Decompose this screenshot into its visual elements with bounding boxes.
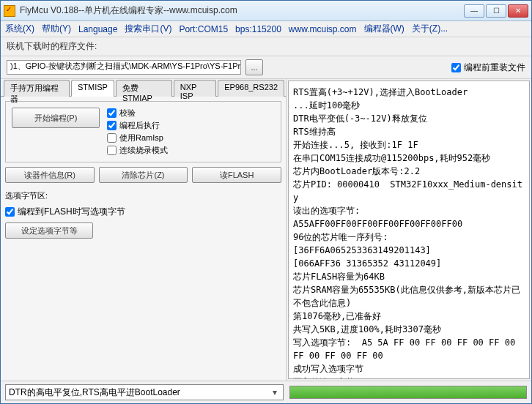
log-line: 写入的选项字节: bbox=[293, 375, 525, 379]
log-line: 芯片内BootLoader版本号:2.2 bbox=[293, 165, 525, 178]
set-option-button[interactable]: 设定选项字节等 bbox=[5, 222, 93, 239]
log-line: 在串口COM15连接成功@115200bps,耗时952毫秒 bbox=[293, 152, 525, 165]
log-line: 96位的芯片唯一序列号: bbox=[293, 231, 525, 244]
app-icon bbox=[4, 5, 15, 17]
chk-continuous-row[interactable]: 连续烧录模式 bbox=[107, 145, 168, 156]
program-group: 开始编程(P) 校验 编程后执行 使用RamIsp 连续烧录模式 bbox=[5, 101, 281, 162]
log-line: [066AFF36 31365352 43112049] bbox=[293, 257, 525, 270]
progress-bar bbox=[289, 386, 527, 399]
titlebar[interactable]: FlyMcu V0.188--单片机在线编程专家--www.mcuisp.com… bbox=[1, 1, 531, 21]
browse-button[interactable]: ... bbox=[245, 59, 263, 75]
combo-value: DTR的高电平复位,RTS高电平进BootLoader bbox=[9, 386, 180, 399]
reload-label: 编程前重装文件 bbox=[464, 61, 525, 74]
minimize-button[interactable]: — bbox=[464, 4, 484, 18]
option-checks: 校验 编程后执行 使用RamIsp 连续烧录模式 bbox=[107, 108, 168, 156]
log-line: RTS维持高 bbox=[293, 125, 525, 138]
hex-path-field[interactable]: )1、GPIO-按键状态判断之扫描式\MDK-ARM\YS-F1Pro\YS-F… bbox=[7, 60, 241, 75]
log-panel[interactable]: RTS置高(+3~+12V),选择进入BootLoader...延时100毫秒D… bbox=[288, 81, 530, 379]
tab-stmisp[interactable]: STMISP bbox=[71, 80, 114, 97]
close-button[interactable]: ✕ bbox=[508, 4, 528, 18]
tab-stmiap[interactable]: 免费STMIAP bbox=[116, 80, 172, 97]
log-line: 开始连接...5, 接收到:1F 1F bbox=[293, 138, 525, 152]
log-line: 芯片FLASH容量为64KB bbox=[293, 270, 525, 283]
status-bar: DTR的高电平复位,RTS高电平进BootLoader ▾ bbox=[1, 381, 531, 403]
log-line: 写入选项字节: A5 5A FF 00 FF 00 FF 00 FF 00 FF… bbox=[293, 336, 525, 362]
path-label: 联机下载时的程序文件: bbox=[7, 40, 97, 53]
reset-mode-combo[interactable]: DTR的高电平复位,RTS高电平进BootLoader ▾ bbox=[5, 384, 284, 400]
left-panel: 手持万用编程器 STMISP 免费STMIAP NXP ISP EP968_RS… bbox=[1, 79, 287, 381]
menu-port[interactable]: Port:COM15 bbox=[179, 24, 228, 34]
menu-site[interactable]: www.mcuisp.com bbox=[289, 24, 357, 34]
reload-checkbox-row[interactable]: 编程前重装文件 bbox=[451, 61, 525, 74]
menubar: 系统(X) 帮助(Y) Language 搜索串口(V) Port:COM15 … bbox=[1, 21, 531, 37]
erase-button[interactable]: 清除芯片(Z) bbox=[99, 167, 188, 183]
menu-programmer[interactable]: 编程器(W) bbox=[364, 23, 404, 35]
chevron-down-icon: ▾ bbox=[270, 387, 280, 397]
log-line: [36FF6A065253363149201143] bbox=[293, 244, 525, 257]
menu-bps[interactable]: bps:115200 bbox=[235, 24, 281, 34]
log-line: 芯片PID: 00000410 STM32F10xxx_Medium-densi… bbox=[293, 178, 525, 204]
action-buttons: 读器件信息(R) 清除芯片(Z) 读FLASH bbox=[5, 167, 281, 183]
menu-searchport[interactable]: 搜索串口(V) bbox=[125, 23, 171, 35]
log-line: ...延时100毫秒 bbox=[293, 99, 525, 112]
tab-handheld[interactable]: 手持万用编程器 bbox=[4, 80, 70, 97]
chk-ramisp[interactable] bbox=[107, 133, 117, 143]
log-line: 芯片SRAM容量为65535KB(此信息仅供参考,新版本芯片已不包含此信息) bbox=[293, 283, 525, 310]
log-line: RTS置高(+3~+12V),选择进入BootLoader bbox=[293, 86, 525, 99]
log-line: 第1076毫秒,已准备好 bbox=[293, 310, 525, 323]
menu-system[interactable]: 系统(X) bbox=[5, 23, 34, 35]
menu-language[interactable]: Language bbox=[78, 24, 117, 34]
read-flash-button[interactable]: 读FLASH bbox=[192, 167, 281, 183]
chk-verify-row[interactable]: 校验 bbox=[107, 108, 168, 119]
window-title: FlyMcu V0.188--单片机在线编程专家--www.mcuisp.com bbox=[20, 4, 464, 17]
chk-runafter[interactable] bbox=[107, 121, 117, 130]
chk-ramisp-row[interactable]: 使用RamIsp bbox=[107, 132, 168, 143]
option-bytes-label: 选项字节区: bbox=[5, 190, 281, 201]
main-area: 手持万用编程器 STMISP 免费STMIAP NXP ISP EP968_RS… bbox=[1, 79, 531, 381]
file-row2: )1、GPIO-按键状态判断之扫描式\MDK-ARM\YS-F1Pro\YS-F… bbox=[1, 56, 531, 79]
chk-writeopt[interactable] bbox=[5, 207, 15, 217]
tab-ep968[interactable]: EP968_RS232 bbox=[218, 80, 284, 97]
menu-about[interactable]: 关于(Z)... bbox=[412, 23, 448, 35]
window-controls: — ☐ ✕ bbox=[464, 4, 528, 18]
menu-help[interactable]: 帮助(Y) bbox=[42, 23, 71, 35]
reload-checkbox[interactable] bbox=[451, 63, 461, 72]
chk-verify[interactable] bbox=[107, 108, 117, 118]
file-row: 联机下载时的程序文件: bbox=[1, 37, 531, 56]
tab-content: 开始编程(P) 校验 编程后执行 使用RamIsp 连续烧录模式 读器件信息(R… bbox=[1, 97, 286, 381]
app-window: FlyMcu V0.188--单片机在线编程专家--www.mcuisp.com… bbox=[0, 0, 532, 404]
log-line: 成功写入选项字节 bbox=[293, 362, 525, 375]
chk-continuous[interactable] bbox=[107, 146, 117, 155]
read-info-button[interactable]: 读器件信息(R) bbox=[5, 167, 95, 183]
chk-writeopt-row[interactable]: 编程到FLASH时写选项字节 bbox=[5, 206, 281, 218]
maximize-button[interactable]: ☐ bbox=[486, 4, 506, 18]
tab-strip: 手持万用编程器 STMISP 免费STMIAP NXP ISP EP968_RS… bbox=[1, 79, 286, 97]
log-line: 读出的选项字节: bbox=[293, 204, 525, 217]
tab-nxpisp[interactable]: NXP ISP bbox=[174, 80, 216, 97]
chk-runafter-row[interactable]: 编程后执行 bbox=[107, 120, 168, 131]
log-line: A55AFF00FF00FF00FF00FF00FF00FF00 bbox=[293, 217, 525, 231]
log-line: DTR电平变低(-3~-12V)释放复位 bbox=[293, 112, 525, 125]
start-program-button[interactable]: 开始编程(P) bbox=[12, 108, 100, 128]
log-line: 共写入5KB,进度100%,耗时3307毫秒 bbox=[293, 323, 525, 336]
